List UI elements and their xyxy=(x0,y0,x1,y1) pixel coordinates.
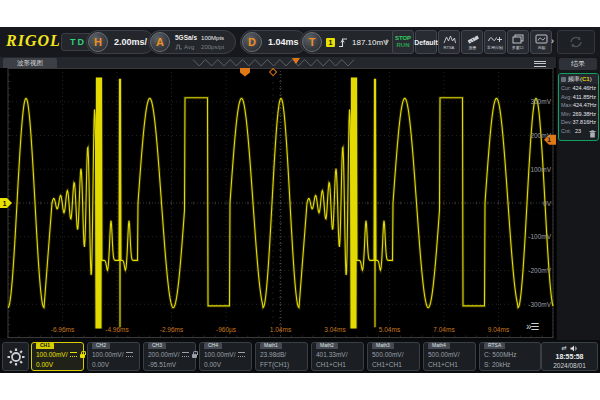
measurement-icon xyxy=(561,77,566,82)
volt-label: -300mV xyxy=(528,301,551,308)
rising-edge-icon xyxy=(338,37,348,48)
measurement-card[interactable]: 频率(C1) Cur:424.46HzAvg:411.85HzMax:424.4… xyxy=(558,73,599,141)
volt-label: -200mV xyxy=(528,267,551,274)
status-box-Math4[interactable]: Math4500.00mV/CH1+CH1 xyxy=(423,342,476,371)
delay-control[interactable]: D 1.04ms xyxy=(240,30,307,54)
status-tab-CH4[interactable]: CH4 xyxy=(204,342,222,349)
status-tab-RTSA[interactable]: RTSA xyxy=(484,342,505,349)
dc-coupling-icon xyxy=(70,352,77,357)
results-header[interactable]: 结果 xyxy=(559,58,597,70)
status-tab-CH1[interactable]: CH1 xyxy=(36,342,54,349)
measurement-row: Max:424.47Hz xyxy=(559,101,598,110)
status-box-Math1[interactable]: Math123.98dB/FFT(CH1) xyxy=(255,342,308,371)
graticule-and-trace: 11 xyxy=(0,68,556,338)
time-label: 9.04ms xyxy=(488,326,509,333)
measurement-source: C1 xyxy=(582,76,590,82)
volt-label: 200mV xyxy=(530,132,551,139)
trigger-icon[interactable]: T xyxy=(302,32,322,52)
acquire-control[interactable]: A 5GSa/s Avg 100Mpts 200ps/pt xyxy=(148,30,236,54)
status-tab-CH3[interactable]: CH3 xyxy=(148,342,166,349)
expand-menu-icon[interactable]: »☰ xyxy=(526,321,539,332)
rigol-logo: RIGOL xyxy=(6,32,61,50)
lock-icon xyxy=(80,354,85,358)
trigger-position-marker xyxy=(240,68,250,77)
status-box-CH2[interactable]: CH2100.00mV/0.00V xyxy=(87,342,140,371)
measurement-row: Avg:411.85Hz xyxy=(559,93,598,102)
volt-label: 0V xyxy=(543,200,551,207)
gear-icon xyxy=(7,348,25,366)
time-label: -2.96ms xyxy=(160,326,183,333)
multi-window-button[interactable]: 多窗口 xyxy=(507,30,529,54)
memory-depth-bar[interactable] xyxy=(0,57,556,68)
delay-icon[interactable]: D xyxy=(242,32,262,52)
measure-button[interactable]: 测量 xyxy=(461,30,483,54)
menu-icon[interactable] xyxy=(534,59,546,68)
default-button[interactable]: Default xyxy=(415,30,437,54)
sample-rate: 5GSa/s xyxy=(175,34,197,42)
trash-icon[interactable] xyxy=(589,130,596,138)
rtsa-button[interactable]: RTSA xyxy=(438,30,460,54)
sample-resolution: 200ps/pt xyxy=(201,43,224,51)
view-tab-strip: 波形视图 xyxy=(0,57,556,68)
trigger-level-value: 187.10mV xyxy=(352,38,388,47)
status-box-CH3[interactable]: CH3200.00mV/-95.51mV xyxy=(143,342,196,371)
svg-text:1: 1 xyxy=(3,200,7,207)
status-tab-CH2[interactable]: CH2 xyxy=(92,342,110,349)
status-tab-Math2[interactable]: Math2 xyxy=(316,342,338,349)
ch1-ground-marker: 1 xyxy=(0,198,12,208)
waveform-display[interactable]: 11 300mV200mV100mV0V-100mV-200mV-300mV -… xyxy=(0,68,556,338)
measurement-row: Dev:37.816Hz xyxy=(559,118,598,127)
speaker-icon xyxy=(570,345,578,352)
time-label: 1.04ms xyxy=(270,326,291,333)
time-label: -6.96ms xyxy=(51,326,74,333)
toolbar-scroll-right[interactable]: › xyxy=(551,36,554,46)
time-label: -4.96ms xyxy=(105,326,128,333)
controls-button[interactable]: 常用控制 xyxy=(484,30,506,54)
waveform-plus-icon xyxy=(488,35,502,44)
status-tab-Math3[interactable]: Math3 xyxy=(372,342,394,349)
ruler-icon xyxy=(466,35,479,44)
cursor-button[interactable]: 光标 xyxy=(530,30,552,54)
clock-time: 18:55:58 xyxy=(542,352,597,361)
status-tab-Math4[interactable]: Math4 xyxy=(428,342,450,349)
top-bar: RIGOL TD H 2.00ms/ A 5GSa/s Avg 100Mpts … xyxy=(0,27,600,57)
volt-label: 300mV xyxy=(530,98,551,105)
dc-coupling-icon xyxy=(126,352,133,357)
status-box-CH4[interactable]: CH4100.00mV/0.00V xyxy=(199,342,252,371)
measurement-card-header[interactable]: 频率(C1) xyxy=(559,74,598,84)
trigger-source-badge: 1 xyxy=(326,38,335,47)
refresh-button-disabled[interactable] xyxy=(557,30,595,54)
delay-marker xyxy=(270,69,277,76)
clock-date: 2024/08/01 xyxy=(542,361,597,370)
status-box-Math3[interactable]: Math3500.00mV/CH1+CH1 xyxy=(367,342,420,371)
horizontal-icon[interactable]: H xyxy=(88,32,108,52)
oscilloscope-screen: RIGOL TD H 2.00ms/ A 5GSa/s Avg 100Mpts … xyxy=(0,27,600,373)
status-box-RTSA[interactable]: RTSAC: 500MHzS: 20kHz xyxy=(479,342,541,371)
lock-icon xyxy=(192,354,197,358)
time-label: -960µs xyxy=(216,326,236,333)
time-label: 5.04ms xyxy=(379,326,400,333)
windows-icon xyxy=(512,34,524,44)
stop-run-button[interactable]: STOP RUN xyxy=(392,30,414,54)
circular-arrows-icon xyxy=(568,35,584,49)
acquire-mode: Avg xyxy=(175,43,197,51)
toolbar-scroll-left[interactable]: ‹ xyxy=(385,36,388,46)
clock-box[interactable]: ⇄ 18:55:58 2024/08/01 xyxy=(541,342,598,371)
time-label: 3.04ms xyxy=(324,326,345,333)
volt-label: -100mV xyxy=(528,233,551,240)
volt-label: 100mV xyxy=(530,166,551,173)
status-box-Math2[interactable]: Math2401.33mV/CH1+CH1 xyxy=(311,342,364,371)
trigger-control[interactable]: T 1 187.10mV A xyxy=(300,30,405,54)
spectrum-icon xyxy=(443,35,456,44)
measurement-row: Min:269.38Hz xyxy=(559,110,598,119)
acquire-icon[interactable]: A xyxy=(150,32,170,52)
time-label: 7.04ms xyxy=(433,326,454,333)
settings-button[interactable] xyxy=(2,342,29,371)
status-box-CH1[interactable]: CH1100.00mV/0.00V xyxy=(31,342,84,371)
measurement-row: Cur:424.46Hz xyxy=(559,84,598,93)
dc-coupling-icon xyxy=(182,352,189,357)
status-tab-Math1[interactable]: Math1 xyxy=(260,342,282,349)
horizontal-scale-control[interactable]: H 2.00ms/ xyxy=(86,30,155,54)
memory-depth: 100Mpts xyxy=(201,34,224,42)
dc-coupling-icon xyxy=(238,352,245,357)
